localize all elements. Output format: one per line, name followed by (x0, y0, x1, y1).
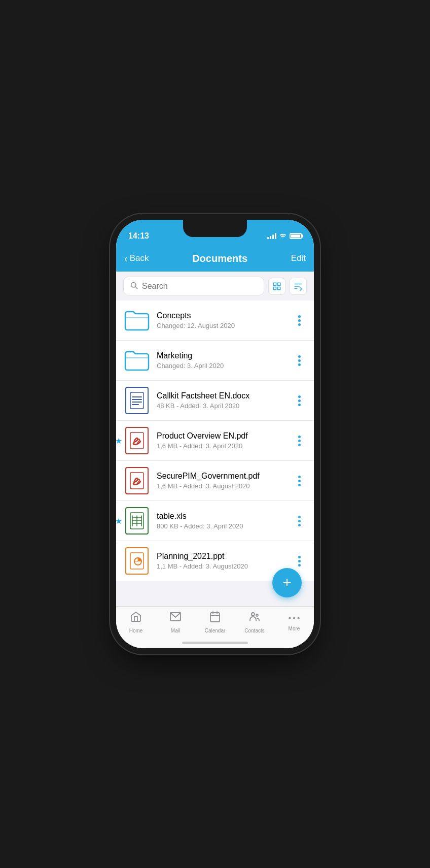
file-info: Concepts Changed: 12. August 2020 (157, 311, 292, 329)
docx-icon (123, 387, 151, 414)
back-chevron-icon: ‹ (124, 253, 128, 264)
home-indicator (182, 642, 248, 644)
file-name: SecurePIM_Government.pdf (157, 472, 292, 481)
battery-icon (290, 233, 302, 239)
tab-contacts-label: Contacts (244, 628, 264, 633)
more-options-button[interactable] (292, 511, 307, 531)
tab-home[interactable]: Home (116, 611, 156, 633)
svg-rect-4 (273, 287, 276, 289)
file-name: Marketing (157, 351, 292, 360)
notch (183, 220, 247, 237)
tab-more-label: More (289, 626, 300, 631)
list-item[interactable]: Callkit Factsheet EN.docx 48 KB - Added:… (116, 381, 314, 421)
pdf-icon (123, 467, 151, 494)
file-info: Product Overview EN.pdf 1,6 MB - Added: … (157, 431, 292, 450)
file-name: Planning_2021.ppt (157, 552, 292, 561)
tab-mail-label: Mail (171, 628, 180, 633)
add-button[interactable]: + (272, 568, 302, 597)
tab-calendar[interactable]: Calendar (195, 611, 235, 633)
search-icon (130, 281, 138, 291)
star-badge: ★ (116, 516, 122, 526)
svg-rect-5 (278, 287, 280, 289)
back-label: Back (130, 253, 149, 263)
svg-point-32 (289, 617, 291, 619)
back-button[interactable]: ‹ Back (124, 253, 149, 264)
signal-icon (267, 233, 276, 239)
file-name: table.xls (157, 512, 292, 521)
tab-more[interactable]: More (274, 611, 314, 631)
add-icon: + (282, 574, 292, 591)
more-options-button[interactable] (292, 551, 307, 571)
svg-rect-26 (210, 613, 220, 622)
tab-home-label: Home (129, 628, 143, 633)
phone-frame: 14:13 ‹ Back Documents Edit (116, 220, 314, 648)
wifi-icon (279, 232, 287, 240)
search-input-wrap (123, 277, 264, 295)
svg-rect-9 (130, 392, 144, 409)
file-info: SecurePIM_Government.pdf 1,6 MB - Added:… (157, 472, 292, 490)
list-item[interactable]: ★ Product Overview EN.pdf 1,6 MB - Added… (116, 421, 314, 461)
home-icon (130, 611, 142, 626)
grid-view-button[interactable] (268, 278, 285, 295)
status-time: 14:13 (128, 231, 149, 241)
file-meta: Changed: 12. August 2020 (157, 322, 292, 329)
xls-icon (123, 507, 151, 535)
more-options-button[interactable] (292, 350, 307, 371)
more-options-button[interactable] (292, 430, 307, 451)
file-meta: 1,1 MB - Added: 3. August2020 (157, 562, 292, 570)
file-name: Product Overview EN.pdf (157, 431, 292, 441)
file-meta: 1,6 MB - Added: 3. April 2020 (157, 442, 292, 450)
svg-rect-2 (273, 283, 276, 285)
list-item[interactable]: Concepts Changed: 12. August 2020 (116, 301, 314, 341)
svg-point-31 (256, 614, 258, 616)
ppt-icon (123, 547, 151, 575)
file-info: Callkit Factsheet EN.docx 48 KB - Added:… (157, 391, 292, 410)
tab-calendar-label: Calendar (205, 628, 226, 633)
svg-point-34 (297, 617, 299, 619)
calendar-icon (209, 611, 221, 626)
file-meta: Changed: 3. April 2020 (157, 362, 292, 370)
tab-mail[interactable]: Mail (156, 611, 195, 633)
folder-icon (123, 347, 151, 374)
pdf-icon (123, 427, 151, 454)
mail-icon (169, 611, 182, 626)
contacts-icon (248, 611, 261, 626)
svg-point-30 (252, 613, 255, 616)
status-icons (267, 232, 302, 240)
svg-rect-3 (278, 283, 280, 285)
file-meta: 48 KB - Added: 3. April 2020 (157, 402, 292, 410)
svg-point-33 (293, 617, 295, 619)
svg-line-1 (135, 287, 137, 289)
star-badge: ★ (116, 436, 122, 446)
search-bar-container (116, 272, 314, 301)
file-list: Concepts Changed: 12. August 2020 Market… (116, 301, 314, 581)
content-area: Concepts Changed: 12. August 2020 Market… (116, 272, 314, 606)
file-info: Planning_2021.ppt 1,1 MB - Added: 3. Aug… (157, 552, 292, 570)
nav-bar: ‹ Back Documents Edit (116, 245, 314, 272)
more-options-button[interactable] (292, 390, 307, 411)
file-meta: 1,6 MB - Added: 3. August 2020 (157, 482, 292, 490)
file-info: table.xls 800 KB - Added: 3. April 2020 (157, 512, 292, 530)
more-icon (288, 611, 300, 624)
file-name: Callkit Factsheet EN.docx (157, 391, 292, 400)
folder-icon (123, 307, 151, 334)
tab-contacts[interactable]: Contacts (235, 611, 274, 633)
file-meta: 800 KB - Added: 3. April 2020 (157, 522, 292, 530)
page-title: Documents (192, 253, 247, 264)
list-item[interactable]: SecurePIM_Government.pdf 1,6 MB - Added:… (116, 461, 314, 501)
list-item[interactable]: Marketing Changed: 3. April 2020 (116, 341, 314, 381)
edit-button[interactable]: Edit (291, 253, 306, 263)
sort-button[interactable] (290, 278, 307, 295)
file-name: Concepts (157, 311, 292, 320)
file-info: Marketing Changed: 3. April 2020 (157, 351, 292, 370)
list-item[interactable]: ★ table.xls 800 KB - Added: 3. April 202… (116, 501, 314, 541)
more-options-button[interactable] (292, 310, 307, 330)
more-options-button[interactable] (292, 471, 307, 491)
search-input[interactable] (142, 282, 258, 291)
